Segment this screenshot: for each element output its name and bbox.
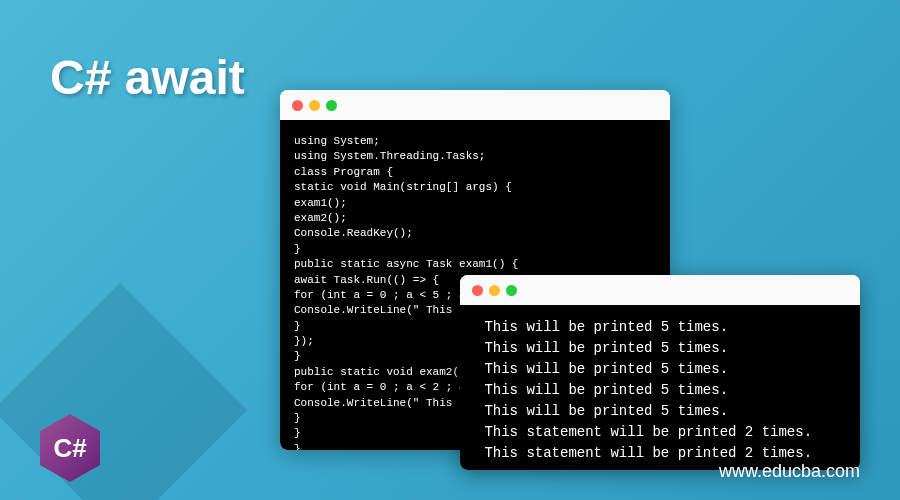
page-title: C# await: [50, 50, 245, 105]
minimize-icon: [489, 285, 500, 296]
output-window: This will be printed 5 times. This will …: [460, 275, 860, 470]
code-window-header: [280, 90, 670, 120]
minimize-icon: [309, 100, 320, 111]
maximize-icon: [326, 100, 337, 111]
csharp-logo-hex: C#: [40, 414, 100, 482]
close-icon: [472, 285, 483, 296]
output-window-header: [460, 275, 860, 305]
output-content: This will be printed 5 times. This will …: [460, 305, 860, 470]
website-url: www.educba.com: [719, 461, 860, 482]
background-decoration: [0, 283, 247, 500]
close-icon: [292, 100, 303, 111]
maximize-icon: [506, 285, 517, 296]
csharp-logo: C#: [40, 414, 100, 482]
csharp-logo-text: C#: [53, 433, 86, 464]
